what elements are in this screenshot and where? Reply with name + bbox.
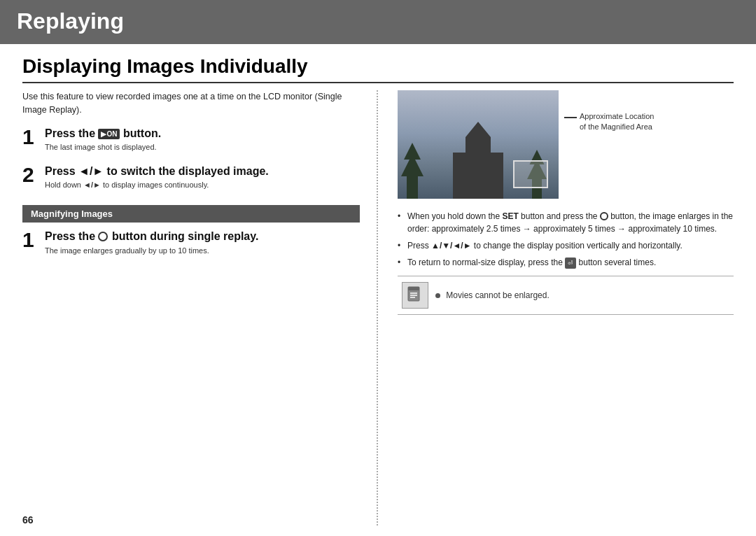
- note-text: Movies cannot be enlarged.: [435, 289, 550, 302]
- step-2-subtitle: Hold down ◄/► to display images continuo…: [45, 180, 360, 190]
- left-column: Use this feature to view recorded images…: [22, 90, 378, 526]
- note-document-icon: [405, 285, 425, 305]
- bullet-2: Press ▲/▼/◄/► to change the display posi…: [398, 239, 734, 252]
- image-caption-text: Approximate Locationof the Magnified Are…: [580, 111, 654, 133]
- right-bullet-list: When you hold down the SET button and pr…: [398, 210, 734, 269]
- step-2: 2 Press ◄/► to switch the displayed imag…: [22, 164, 360, 198]
- step-1-number: 1: [22, 127, 38, 148]
- step-1-title-suffix: button.: [120, 127, 161, 139]
- return-icon: ⏎: [565, 258, 576, 269]
- right-column: Approximate Locationof the Magnified Are…: [378, 90, 734, 526]
- note-dot: [435, 293, 440, 298]
- page-number: 66: [22, 514, 34, 526]
- bullet-1: When you hold down the SET button and pr…: [398, 210, 734, 235]
- magnify-step-content: Press the button during single replay. T…: [45, 230, 360, 263]
- header-bar: Replaying: [0, 0, 756, 44]
- play-on-icon: ▶ON: [98, 129, 120, 139]
- magnifying-images-header: Magnifying Images: [22, 205, 360, 223]
- magnify-step-1: 1 Press the button during single replay.…: [22, 230, 360, 263]
- bullet-3: To return to normal-size display, press …: [398, 256, 734, 269]
- page-content: Displaying Images Individually Use this …: [0, 44, 756, 536]
- magnify-icon-bullet: [600, 212, 608, 220]
- note-message: Movies cannot be enlarged.: [446, 290, 549, 300]
- magnify-step-subtitle: The image enlarges gradually by up to 10…: [45, 246, 360, 256]
- step-2-title: Press ◄/► to switch the displayed image.: [45, 164, 360, 179]
- image-caption-container: Approximate Locationof the Magnified Are…: [564, 111, 654, 133]
- page-title: Displaying Images Individually: [22, 55, 734, 83]
- step-1-content: Press the ▶ON button. The last image sho…: [45, 127, 360, 160]
- camera-photo: [398, 90, 559, 199]
- step-1: 1 Press the ▶ON button. The last image s…: [22, 127, 360, 160]
- step-1-subtitle: The last image shot is displayed.: [45, 142, 360, 153]
- step-1-title: Press the ▶ON button.: [45, 127, 360, 141]
- note-box: Movies cannot be enlarged.: [398, 276, 734, 315]
- magnify-step-number: 1: [22, 230, 38, 251]
- magnify-step-title: Press the button during single replay.: [45, 230, 360, 244]
- magnify-icon-inline: [98, 232, 108, 241]
- magnified-area-box: [513, 160, 548, 188]
- caption-line: [564, 117, 577, 118]
- step-2-content: Press ◄/► to switch the displayed image.…: [45, 164, 360, 198]
- step-1-title-prefix: Press the: [45, 127, 98, 139]
- step-2-number: 2: [22, 164, 38, 185]
- note-icon: [402, 282, 428, 309]
- svg-rect-1: [408, 287, 419, 290]
- page-chapter-title: Replaying: [17, 8, 739, 34]
- intro-text: Use this feature to view recorded images…: [22, 90, 360, 117]
- image-container: Approximate Locationof the Magnified Are…: [398, 90, 734, 199]
